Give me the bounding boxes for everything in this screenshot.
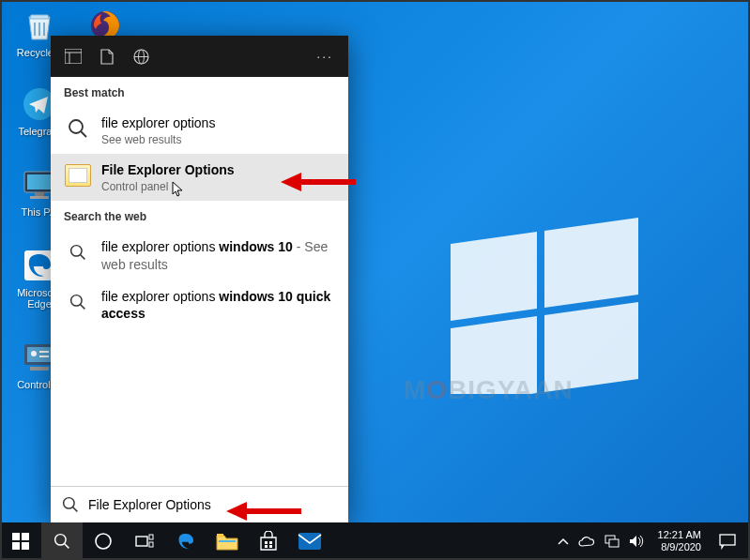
screenshot-border bbox=[0, 0, 750, 560]
